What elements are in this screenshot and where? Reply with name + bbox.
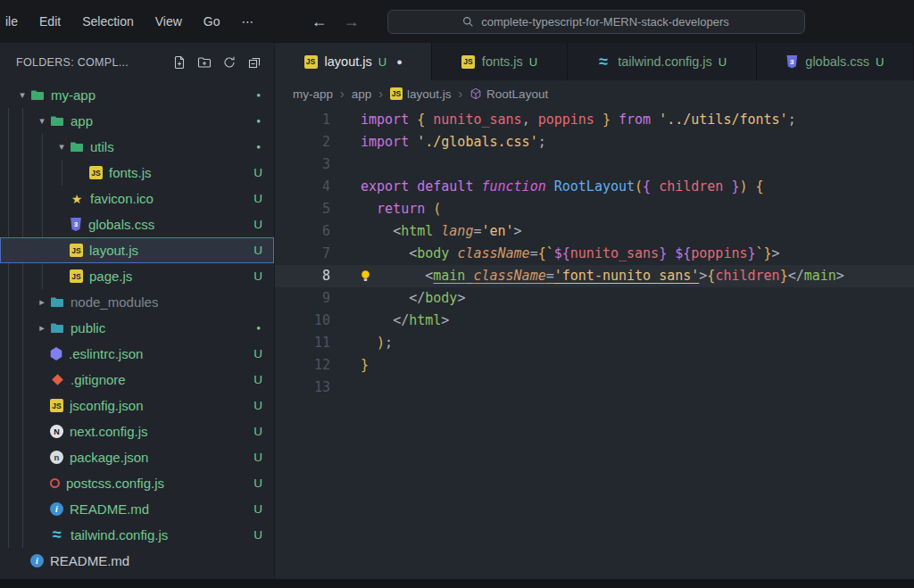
folder-icon	[50, 114, 64, 128]
tree-item-globals.css[interactable]: 3globals.cssU	[0, 211, 274, 237]
breadcrumb-item-app[interactable]: app	[352, 87, 372, 101]
eslint-icon	[50, 347, 62, 360]
tree-item-README.md[interactable]: iREADME.md	[0, 548, 274, 574]
changes-dot-badge: ●	[256, 117, 261, 125]
tree-item-.gitignore[interactable]: .gitignoreU	[0, 367, 274, 393]
git-untracked-badge: U	[253, 476, 262, 490]
code-line-6[interactable]: 6 <html lang='en'>	[275, 220, 914, 243]
new-folder-icon[interactable]	[194, 52, 215, 73]
tab-fonts.js[interactable]: JSfonts.jsU	[432, 43, 567, 80]
explorer-sidebar: FOLDERS: COMPL...	[0, 43, 275, 579]
modified-dot-icon[interactable]: ●	[396, 56, 403, 67]
menu-more[interactable]: ⋯	[231, 0, 265, 43]
postcss-icon	[50, 478, 60, 488]
code-line-2[interactable]: 2import './globals.css';	[275, 131, 914, 153]
tree-item-public[interactable]: ▸public●	[0, 315, 274, 341]
folder-icon	[50, 295, 64, 310]
tree-item-node_modules[interactable]: ▸node_modules	[0, 289, 274, 315]
tab-bar: JSlayout.jsU●JSfonts.jsU≈tailwind.config…	[275, 43, 914, 80]
file-label: .eslintrc.json	[69, 346, 143, 361]
line-number[interactable]: 1	[275, 109, 330, 131]
git-untracked-badge: U	[253, 192, 262, 205]
explorer-section-header: FOLDERS: COMPL...	[0, 43, 274, 82]
menu-selection[interactable]: Selection	[71, 0, 145, 43]
javascript-icon: JS	[390, 87, 403, 100]
tree-item-my-app[interactable]: ▾my-app●	[0, 82, 274, 108]
chevron-right-icon[interactable]: ▸	[34, 296, 50, 308]
line-number[interactable]: 4	[275, 176, 330, 198]
tree-item-jsconfig.json[interactable]: JSjsconfig.jsonU	[0, 393, 274, 418]
code-line-4[interactable]: 4export default function RootLayout({ ch…	[275, 176, 914, 198]
code-line-11[interactable]: 11 );	[275, 332, 914, 354]
code-line-3[interactable]: 3	[275, 153, 914, 176]
code-line-9[interactable]: 9 </body>	[275, 287, 914, 310]
back-icon[interactable]: ←	[312, 12, 328, 31]
search-icon	[462, 16, 474, 28]
menu-edit[interactable]: Edit	[29, 0, 71, 43]
command-center-search[interactable]: complete-typescript-for-MERN-stack-devel…	[387, 10, 805, 34]
breadcrumb-separator: ›	[378, 87, 383, 101]
tree-item-fonts.js[interactable]: JSfonts.jsU	[0, 160, 274, 186]
line-number[interactable]: 6	[275, 220, 330, 243]
tab-git-status: U	[876, 55, 884, 69]
tab-label: fonts.js	[482, 54, 523, 69]
folders-header-label[interactable]: FOLDERS: COMPL...	[16, 56, 169, 69]
file-label: package.json	[70, 450, 148, 465]
tab-layout.js[interactable]: JSlayout.jsU●	[275, 43, 432, 80]
breadcrumb-item-RootLayout[interactable]: RootLayout	[469, 87, 548, 101]
chevron-down-icon[interactable]: ▾	[14, 89, 30, 101]
code-line-12[interactable]: 12}	[275, 354, 914, 377]
chevron-down-icon[interactable]: ▾	[34, 115, 50, 127]
code-area: 1import { nunito_sans, poppins } from '.…	[275, 107, 914, 579]
chevron-down-icon[interactable]: ▾	[54, 141, 70, 153]
tab-globals.css[interactable]: 3globals.cssU	[757, 43, 914, 80]
code-line-13[interactable]: 13	[275, 377, 914, 399]
menu-go[interactable]: Go	[193, 0, 231, 43]
tree-item-page.js[interactable]: JSpage.jsU	[0, 263, 274, 289]
readme-info-icon: i	[30, 554, 44, 567]
line-number[interactable]: 5	[275, 198, 330, 220]
line-number[interactable]: 7	[275, 243, 330, 265]
line-number[interactable]: 13	[275, 377, 330, 399]
line-number[interactable]: 8	[275, 265, 330, 287]
file-label: public	[71, 320, 105, 335]
menu-file[interactable]: ile	[0, 0, 29, 43]
css-icon: 3	[785, 55, 798, 69]
code-line-8[interactable]: 8 <main className='font-nunito_sans'>{ch…	[275, 265, 914, 287]
new-file-icon[interactable]	[169, 52, 190, 73]
code-line-5[interactable]: 5 return (	[275, 198, 914, 220]
file-label: next.config.js	[70, 424, 148, 439]
tree-item-app[interactable]: ▾app●	[0, 108, 274, 134]
breadcrumb-item-layout.js[interactable]: JSlayout.js	[390, 87, 452, 101]
line-number[interactable]: 11	[275, 332, 330, 354]
line-number[interactable]: 3	[275, 153, 330, 176]
collapse-all-icon[interactable]	[244, 52, 265, 73]
line-number[interactable]: 9	[275, 287, 330, 310]
tree-item-postcss.config.js[interactable]: postcss.config.jsU	[0, 470, 274, 496]
forward-icon[interactable]: →	[344, 12, 360, 31]
tree-item-layout.js[interactable]: JSlayout.jsU	[0, 237, 274, 263]
menu-view[interactable]: View	[145, 0, 193, 43]
folder-icon	[30, 88, 45, 103]
refresh-icon[interactable]	[219, 52, 240, 73]
tab-git-status: U	[719, 55, 727, 69]
tree-item-favicon.ico[interactable]: ★favicon.icoU	[0, 186, 274, 211]
line-number[interactable]: 2	[275, 131, 330, 153]
tree-item-README.md[interactable]: iREADME.mdU	[0, 496, 274, 522]
code-line-1[interactable]: 1import { nunito_sans, poppins } from '.…	[275, 109, 914, 131]
tab-git-status: U	[378, 55, 386, 69]
tree-item-tailwind.config.js[interactable]: ≈tailwind.config.jsU	[0, 522, 274, 548]
tree-item-utils[interactable]: ▾utils●	[0, 134, 274, 160]
code-line-10[interactable]: 10 </html>	[275, 310, 914, 332]
tree-item-.eslintrc.json[interactable]: .eslintrc.jsonU	[0, 341, 274, 367]
line-number[interactable]: 10	[275, 310, 330, 332]
line-number[interactable]: 12	[275, 354, 330, 377]
tree-item-package.json[interactable]: npackage.jsonU	[0, 444, 274, 470]
tree-item-next.config.js[interactable]: Nnext.config.jsU	[0, 418, 274, 444]
code-line-7[interactable]: 7 <body className={`${nunito_sans} ${pop…	[275, 243, 914, 265]
tab-tailwind.config.js[interactable]: ≈tailwind.config.jsU	[568, 43, 757, 80]
chevron-right-icon[interactable]: ▸	[34, 322, 50, 334]
breadcrumb-item-my-app[interactable]: my-app	[293, 87, 333, 101]
git-untracked-badge: U	[253, 373, 262, 386]
lightbulb-icon[interactable]	[359, 269, 372, 283]
